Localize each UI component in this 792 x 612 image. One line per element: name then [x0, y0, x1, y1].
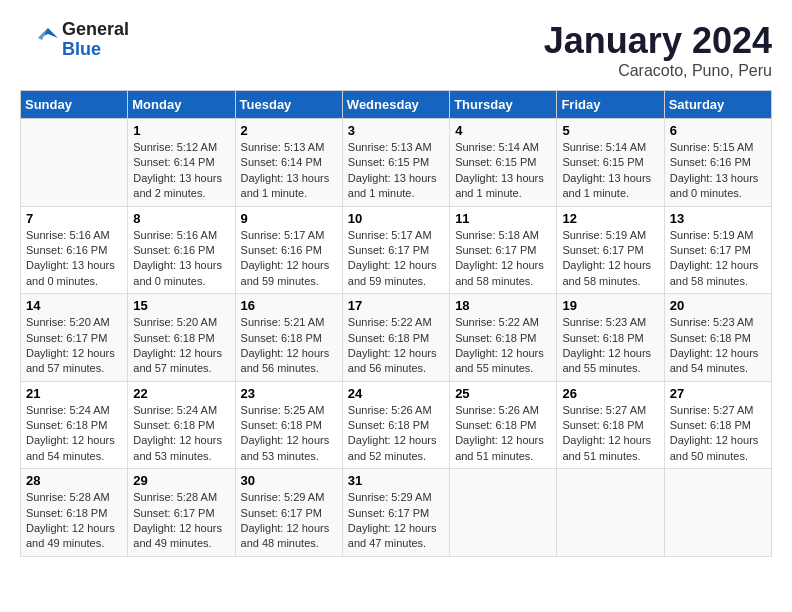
day-info: Sunrise: 5:15 AMSunset: 6:16 PMDaylight:…	[670, 140, 766, 202]
calendar-title: January 2024	[544, 20, 772, 62]
day-cell: 13Sunrise: 5:19 AMSunset: 6:17 PMDayligh…	[664, 206, 771, 294]
day-cell: 15Sunrise: 5:20 AMSunset: 6:18 PMDayligh…	[128, 294, 235, 382]
day-number: 20	[670, 298, 766, 313]
day-info: Sunrise: 5:19 AMSunset: 6:17 PMDaylight:…	[562, 228, 658, 290]
day-cell: 16Sunrise: 5:21 AMSunset: 6:18 PMDayligh…	[235, 294, 342, 382]
day-info: Sunrise: 5:29 AMSunset: 6:17 PMDaylight:…	[348, 490, 444, 552]
calendar-subtitle: Caracoto, Puno, Peru	[544, 62, 772, 80]
header-monday: Monday	[128, 91, 235, 119]
day-number: 25	[455, 386, 551, 401]
day-info: Sunrise: 5:28 AMSunset: 6:17 PMDaylight:…	[133, 490, 229, 552]
week-row-3: 21Sunrise: 5:24 AMSunset: 6:18 PMDayligh…	[21, 381, 772, 469]
day-info: Sunrise: 5:14 AMSunset: 6:15 PMDaylight:…	[562, 140, 658, 202]
day-number: 28	[26, 473, 122, 488]
day-number: 24	[348, 386, 444, 401]
header-friday: Friday	[557, 91, 664, 119]
day-info: Sunrise: 5:21 AMSunset: 6:18 PMDaylight:…	[241, 315, 337, 377]
day-number: 15	[133, 298, 229, 313]
day-info: Sunrise: 5:25 AMSunset: 6:18 PMDaylight:…	[241, 403, 337, 465]
day-number: 27	[670, 386, 766, 401]
title-block: January 2024 Caracoto, Puno, Peru	[544, 20, 772, 80]
day-cell: 10Sunrise: 5:17 AMSunset: 6:17 PMDayligh…	[342, 206, 449, 294]
day-number: 21	[26, 386, 122, 401]
day-cell: 9Sunrise: 5:17 AMSunset: 6:16 PMDaylight…	[235, 206, 342, 294]
logo: General Blue	[20, 20, 129, 60]
day-number: 6	[670, 123, 766, 138]
day-cell: 25Sunrise: 5:26 AMSunset: 6:18 PMDayligh…	[450, 381, 557, 469]
day-cell: 8Sunrise: 5:16 AMSunset: 6:16 PMDaylight…	[128, 206, 235, 294]
day-number: 17	[348, 298, 444, 313]
day-info: Sunrise: 5:20 AMSunset: 6:18 PMDaylight:…	[133, 315, 229, 377]
day-number: 1	[133, 123, 229, 138]
day-info: Sunrise: 5:22 AMSunset: 6:18 PMDaylight:…	[455, 315, 551, 377]
day-number: 13	[670, 211, 766, 226]
day-number: 2	[241, 123, 337, 138]
logo-blue-text: Blue	[62, 40, 129, 60]
day-info: Sunrise: 5:20 AMSunset: 6:17 PMDaylight:…	[26, 315, 122, 377]
day-number: 9	[241, 211, 337, 226]
day-number: 16	[241, 298, 337, 313]
day-info: Sunrise: 5:19 AMSunset: 6:17 PMDaylight:…	[670, 228, 766, 290]
day-info: Sunrise: 5:17 AMSunset: 6:17 PMDaylight:…	[348, 228, 444, 290]
day-number: 31	[348, 473, 444, 488]
day-cell: 5Sunrise: 5:14 AMSunset: 6:15 PMDaylight…	[557, 119, 664, 207]
logo-icon	[20, 20, 60, 60]
day-cell: 22Sunrise: 5:24 AMSunset: 6:18 PMDayligh…	[128, 381, 235, 469]
calendar-table: SundayMondayTuesdayWednesdayThursdayFrid…	[20, 90, 772, 557]
header-sunday: Sunday	[21, 91, 128, 119]
day-number: 14	[26, 298, 122, 313]
day-cell: 27Sunrise: 5:27 AMSunset: 6:18 PMDayligh…	[664, 381, 771, 469]
day-info: Sunrise: 5:13 AMSunset: 6:15 PMDaylight:…	[348, 140, 444, 202]
day-info: Sunrise: 5:22 AMSunset: 6:18 PMDaylight:…	[348, 315, 444, 377]
day-cell: 3Sunrise: 5:13 AMSunset: 6:15 PMDaylight…	[342, 119, 449, 207]
day-info: Sunrise: 5:13 AMSunset: 6:14 PMDaylight:…	[241, 140, 337, 202]
logo-general-text: General	[62, 20, 129, 40]
day-number: 18	[455, 298, 551, 313]
day-cell: 14Sunrise: 5:20 AMSunset: 6:17 PMDayligh…	[21, 294, 128, 382]
calendar-body: 1Sunrise: 5:12 AMSunset: 6:14 PMDaylight…	[21, 119, 772, 557]
header-tuesday: Tuesday	[235, 91, 342, 119]
day-cell: 4Sunrise: 5:14 AMSunset: 6:15 PMDaylight…	[450, 119, 557, 207]
day-cell: 24Sunrise: 5:26 AMSunset: 6:18 PMDayligh…	[342, 381, 449, 469]
day-cell: 19Sunrise: 5:23 AMSunset: 6:18 PMDayligh…	[557, 294, 664, 382]
day-cell: 17Sunrise: 5:22 AMSunset: 6:18 PMDayligh…	[342, 294, 449, 382]
day-info: Sunrise: 5:12 AMSunset: 6:14 PMDaylight:…	[133, 140, 229, 202]
day-number: 5	[562, 123, 658, 138]
week-row-1: 7Sunrise: 5:16 AMSunset: 6:16 PMDaylight…	[21, 206, 772, 294]
day-cell: 31Sunrise: 5:29 AMSunset: 6:17 PMDayligh…	[342, 469, 449, 557]
day-info: Sunrise: 5:29 AMSunset: 6:17 PMDaylight:…	[241, 490, 337, 552]
day-cell: 1Sunrise: 5:12 AMSunset: 6:14 PMDaylight…	[128, 119, 235, 207]
week-row-0: 1Sunrise: 5:12 AMSunset: 6:14 PMDaylight…	[21, 119, 772, 207]
day-number: 4	[455, 123, 551, 138]
day-info: Sunrise: 5:26 AMSunset: 6:18 PMDaylight:…	[348, 403, 444, 465]
day-number: 3	[348, 123, 444, 138]
day-info: Sunrise: 5:17 AMSunset: 6:16 PMDaylight:…	[241, 228, 337, 290]
day-number: 29	[133, 473, 229, 488]
day-number: 30	[241, 473, 337, 488]
day-cell: 12Sunrise: 5:19 AMSunset: 6:17 PMDayligh…	[557, 206, 664, 294]
day-info: Sunrise: 5:18 AMSunset: 6:17 PMDaylight:…	[455, 228, 551, 290]
day-number: 19	[562, 298, 658, 313]
day-number: 8	[133, 211, 229, 226]
day-cell: 6Sunrise: 5:15 AMSunset: 6:16 PMDaylight…	[664, 119, 771, 207]
page-header: General Blue January 2024 Caracoto, Puno…	[20, 20, 772, 80]
day-number: 11	[455, 211, 551, 226]
day-number: 7	[26, 211, 122, 226]
day-cell: 20Sunrise: 5:23 AMSunset: 6:18 PMDayligh…	[664, 294, 771, 382]
day-info: Sunrise: 5:24 AMSunset: 6:18 PMDaylight:…	[133, 403, 229, 465]
day-cell: 29Sunrise: 5:28 AMSunset: 6:17 PMDayligh…	[128, 469, 235, 557]
day-cell: 28Sunrise: 5:28 AMSunset: 6:18 PMDayligh…	[21, 469, 128, 557]
day-cell: 11Sunrise: 5:18 AMSunset: 6:17 PMDayligh…	[450, 206, 557, 294]
day-info: Sunrise: 5:27 AMSunset: 6:18 PMDaylight:…	[562, 403, 658, 465]
day-cell: 26Sunrise: 5:27 AMSunset: 6:18 PMDayligh…	[557, 381, 664, 469]
day-info: Sunrise: 5:26 AMSunset: 6:18 PMDaylight:…	[455, 403, 551, 465]
day-cell: 7Sunrise: 5:16 AMSunset: 6:16 PMDaylight…	[21, 206, 128, 294]
day-number: 12	[562, 211, 658, 226]
day-cell: 30Sunrise: 5:29 AMSunset: 6:17 PMDayligh…	[235, 469, 342, 557]
day-cell: 21Sunrise: 5:24 AMSunset: 6:18 PMDayligh…	[21, 381, 128, 469]
day-cell: 18Sunrise: 5:22 AMSunset: 6:18 PMDayligh…	[450, 294, 557, 382]
day-number: 22	[133, 386, 229, 401]
day-number: 23	[241, 386, 337, 401]
day-info: Sunrise: 5:27 AMSunset: 6:18 PMDaylight:…	[670, 403, 766, 465]
day-cell: 23Sunrise: 5:25 AMSunset: 6:18 PMDayligh…	[235, 381, 342, 469]
